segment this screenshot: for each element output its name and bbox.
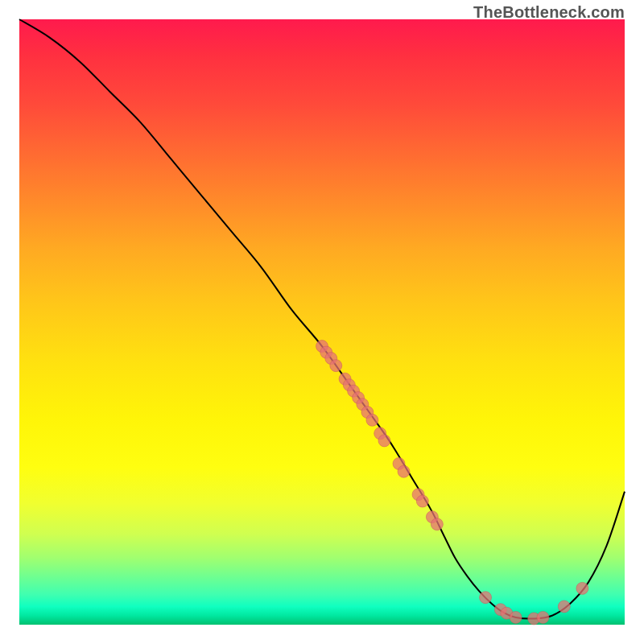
scatter-dot <box>558 601 570 613</box>
scatter-dot <box>510 611 522 623</box>
scatter-dot <box>378 435 390 447</box>
scatter-dot <box>431 518 443 530</box>
scatter-dot <box>480 592 492 604</box>
scatter-dot <box>416 495 428 507</box>
scatter-dot <box>398 465 410 477</box>
scatter-dot <box>366 414 378 426</box>
scatter-points <box>316 341 588 625</box>
chart-overlay <box>19 19 625 625</box>
chart-container: TheBottleneck.com <box>0 0 644 644</box>
bottleneck-curve <box>19 19 625 619</box>
scatter-dot <box>330 360 342 372</box>
scatter-dot <box>576 582 588 594</box>
scatter-dot <box>537 611 549 623</box>
